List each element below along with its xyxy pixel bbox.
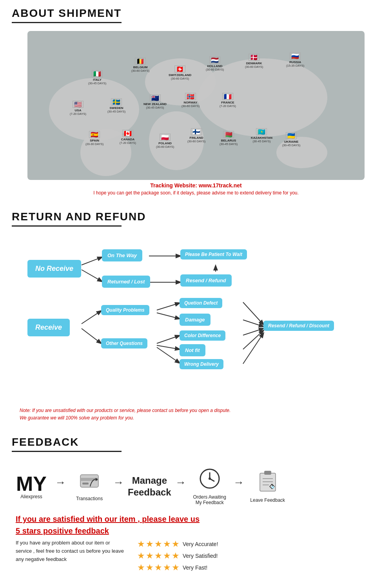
- star-label-2: Very Satisfied!: [183, 553, 218, 559]
- svg-rect-25: [82, 483, 89, 485]
- svg-line-11: [82, 311, 101, 324]
- box-resend-refund-discount: Resend / Refund / Discount: [263, 321, 334, 331]
- star-row-3: ★★★★★ Very Fast!: [137, 563, 376, 573]
- feedback-title: FEEDBACK: [0, 429, 392, 451]
- box-other-questions: Other Questions: [101, 338, 147, 348]
- svg-line-17: [157, 347, 180, 363]
- refund-divider: [12, 225, 122, 227]
- svg-rect-30: [260, 473, 276, 491]
- svg-line-12: [82, 328, 101, 343]
- flow-diagram: No Receive On The Way Returned / Lost Pl…: [16, 238, 376, 403]
- country-poland: 🇵🇱 POLAND (30-60 DAYS): [156, 134, 174, 149]
- aliexpress-label: Aliexpress: [20, 494, 42, 499]
- stars-3: ★★★★★: [137, 563, 180, 573]
- refund-title: RETURN AND REFUND: [0, 203, 392, 225]
- feedback-cta: If you are satisfied with our item , ple…: [16, 513, 376, 537]
- box-on-the-way: On The Way: [102, 249, 142, 261]
- svg-line-6: [82, 257, 102, 265]
- box-receive: Receive: [27, 319, 70, 336]
- map-container: 🇮🇹 ITALY (30-45 DAYS) 🇧🇪 BELGIUM (30-60 …: [27, 31, 365, 180]
- svg-line-19: [243, 320, 263, 327]
- arrow-3: →: [175, 476, 186, 497]
- arrow-4: →: [233, 476, 244, 497]
- country-belarus: 🇧🇾 BELARUS (30-45 DAYS): [220, 131, 238, 146]
- transactions-label: Transactions: [76, 496, 103, 501]
- box-color-difference: Color Difference: [180, 330, 225, 341]
- country-norway: 🇳🇴 NORWAY (30-60 DAYS): [181, 93, 200, 108]
- svg-line-21: [243, 330, 263, 349]
- refund-note: Note: If you are unsatisfied with our pr…: [20, 407, 372, 422]
- box-not-fit: Not fit: [180, 344, 205, 356]
- box-returned-lost: Returned / Lost: [102, 276, 150, 288]
- box-resend-refund: Resend / Refund: [180, 274, 232, 287]
- box-wrong-delivery: Wrong Delivery: [180, 359, 223, 369]
- country-switzerland: 🇨🇭 SWITZERLAND (30-60 DAYS): [169, 65, 191, 80]
- feedback-step-manage: ManageFeedback: [128, 475, 171, 498]
- leave-feedback-label: Leave Feedback: [250, 497, 285, 503]
- svg-line-7: [82, 270, 102, 281]
- country-usa: 🇺🇸 USA (7-20 DAYS): [70, 101, 86, 116]
- stars-2: ★★★★★: [137, 551, 180, 561]
- feedback-step-aliexpress: MY Aliexpress: [12, 474, 51, 499]
- feedback-step-orders: Orders AwaitingMy Feedback: [190, 468, 229, 505]
- country-ukraine: 🇺🇦 UKRAINE (30-45 DAYS): [282, 132, 300, 147]
- box-quality-problems: Quality Problems: [101, 305, 149, 315]
- svg-line-14: [157, 313, 180, 319]
- my-icon: MY: [16, 474, 47, 494]
- box-damage: Damage: [180, 314, 211, 326]
- svg-line-22: [243, 333, 263, 364]
- svg-line-16: [157, 345, 180, 349]
- svg-line-15: [157, 336, 180, 343]
- clipboard-icon: [258, 470, 278, 496]
- country-canada: 🇨🇦 CANADA (7-20 DAYS): [120, 130, 136, 145]
- box-no-receive: No Receive: [27, 260, 81, 278]
- country-holland: 🇳🇱 HOLLAND (30-60 DAYS): [206, 56, 224, 71]
- manage-feedback-text: ManageFeedback: [128, 475, 171, 498]
- svg-line-18: [243, 302, 263, 325]
- country-kazakhstan: 🇰🇿 KAZAKHSTAN (30-45 DAYS): [251, 128, 272, 143]
- feedback-body-text: If you have any problem about our item o…: [16, 539, 125, 563]
- feedback-star-rows: ★★★★★ Very Accurate! ★★★★★ Very Satisfie…: [137, 539, 376, 574]
- svg-line-20: [243, 328, 263, 335]
- country-russia: 🇷🇺 RUSSIA (15-35 DAYS): [286, 53, 304, 67]
- orders-awaiting-label: Orders AwaitingMy Feedback: [193, 494, 226, 505]
- feedback-flow: MY Aliexpress → Transactions → ManageFee…: [12, 468, 380, 505]
- feedback-section: MY Aliexpress → Transactions → ManageFee…: [0, 456, 392, 578]
- star-row-1: ★★★★★ Very Accurate!: [137, 539, 376, 549]
- hope-line: I hope you can get the package soon, if …: [8, 190, 384, 196]
- shipment-title: ABOUT SHIPMENT: [0, 0, 392, 22]
- shipment-divider: [12, 22, 122, 23]
- country-new-zealand: 🇳🇿 NEW ZEALAND (30-45 DAYS): [143, 94, 167, 109]
- country-france: 🇫🇷 FRANCE (7-20 DAYS): [220, 93, 236, 108]
- clock-icon: [199, 468, 221, 493]
- country-sweden: 🇸🇪 SWEDEN (30-45 DAYS): [107, 98, 125, 113]
- box-please-wait: Please Be Patient To Wait: [180, 249, 247, 260]
- country-denmark: 🇩🇰 DENMARK (30-60 DAYS): [245, 54, 263, 69]
- transactions-icon: [78, 472, 100, 494]
- star-row-2: ★★★★★ Very Satisfied!: [137, 551, 376, 561]
- feedback-body: If you have any problem about our item o…: [16, 539, 376, 574]
- feedback-step-transactions: Transactions: [70, 472, 109, 501]
- country-spain: 🇪🇸 SPAIN (20-30 DAYS): [85, 131, 103, 146]
- svg-rect-31: [264, 471, 271, 475]
- feedback-step-leave: Leave Feedback: [248, 470, 287, 503]
- country-belgium: 🇧🇪 BELGIUM (30-60 DAYS): [131, 58, 149, 73]
- country-italy: 🇮🇹 ITALY (30-45 DAYS): [88, 70, 106, 85]
- feedback-divider: [12, 451, 122, 452]
- tracking-line: Tracking Website: www.17track.net: [8, 182, 384, 189]
- stars-1: ★★★★★: [137, 539, 180, 549]
- refund-section: No Receive On The Way Returned / Lost Pl…: [0, 230, 392, 429]
- svg-line-13: [157, 303, 180, 310]
- star-label-1: Very Accurate!: [183, 541, 218, 547]
- arrow-1: →: [55, 476, 66, 497]
- shipment-section: 🇮🇹 ITALY (30-45 DAYS) 🇧🇪 BELGIUM (30-60 …: [0, 27, 392, 203]
- box-quetion-defect: Quetion Defect: [180, 298, 222, 308]
- svg-point-29: [209, 477, 211, 480]
- map-background: 🇮🇹 ITALY (30-45 DAYS) 🇧🇪 BELGIUM (30-60 …: [27, 31, 365, 180]
- star-label-3: Very Fast!: [183, 564, 207, 571]
- arrow-2: →: [113, 476, 124, 497]
- country-finland: 🇫🇮 FINLAND (30-60 DAYS): [187, 128, 205, 143]
